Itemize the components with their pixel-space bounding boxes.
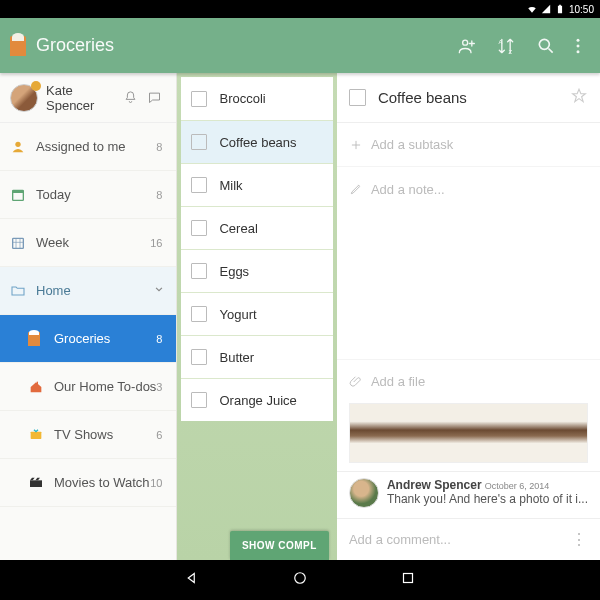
- sort-button[interactable]: AZ: [486, 26, 526, 66]
- sidebar-item-assigned[interactable]: Assigned to me 8: [0, 123, 176, 171]
- notifications-icon[interactable]: [118, 90, 142, 105]
- chevron-down-icon: [152, 282, 166, 299]
- detail-title[interactable]: Coffee beans: [378, 89, 570, 106]
- svg-point-5: [577, 50, 580, 53]
- task-row[interactable]: Butter: [181, 335, 332, 378]
- svg-text:Z: Z: [509, 49, 513, 55]
- checkbox[interactable]: [191, 349, 207, 365]
- show-completed-button[interactable]: SHOW COMPL: [230, 531, 329, 560]
- clock: 10:50: [569, 4, 594, 15]
- star-button[interactable]: [570, 87, 588, 109]
- person-icon: [10, 139, 36, 155]
- signal-icon: [541, 4, 551, 14]
- search-button[interactable]: [526, 26, 566, 66]
- task-detail-pane: Coffee beans Add a subtask Add a note...…: [337, 73, 600, 560]
- svg-rect-11: [31, 431, 42, 438]
- detail-header: Coffee beans: [337, 73, 600, 123]
- checkbox[interactable]: [191, 91, 207, 107]
- sidebar-item-tv[interactable]: TV Shows 6: [0, 411, 176, 459]
- android-statusbar: 10:50: [0, 0, 600, 18]
- task-row[interactable]: Coffee beans: [181, 120, 332, 163]
- battery-icon: [555, 4, 565, 14]
- checkbox[interactable]: [191, 263, 207, 279]
- paperclip-icon: [349, 375, 371, 389]
- home-icon: [28, 379, 54, 395]
- tv-icon: [28, 427, 54, 443]
- add-subtask-row[interactable]: Add a subtask: [337, 123, 600, 167]
- checkbox[interactable]: [191, 177, 207, 193]
- checkbox[interactable]: [191, 306, 207, 322]
- comment-overflow-icon[interactable]: ⋮: [571, 530, 588, 549]
- comment: Andrew Spencer October 6, 2014 Thank you…: [337, 471, 600, 518]
- comment-date: October 6, 2014: [485, 481, 550, 491]
- task-row[interactable]: Cereal: [181, 206, 332, 249]
- svg-text:A: A: [499, 38, 503, 44]
- svg-rect-8: [13, 190, 24, 193]
- comment-text: Thank you! And here's a photo of it i...: [387, 492, 588, 506]
- task-row[interactable]: Milk: [181, 163, 332, 206]
- overflow-button[interactable]: [566, 26, 590, 66]
- recents-button[interactable]: [399, 569, 417, 591]
- sidebar-item-groceries[interactable]: Groceries 8: [0, 315, 176, 363]
- avatar: [10, 84, 38, 112]
- svg-point-4: [577, 44, 580, 47]
- home-button[interactable]: [291, 569, 309, 591]
- svg-point-2: [539, 39, 549, 49]
- add-note-row[interactable]: Add a note...: [337, 167, 600, 211]
- back-button[interactable]: [183, 569, 201, 591]
- app-logo-icon: [10, 36, 26, 56]
- svg-rect-12: [30, 480, 42, 487]
- svg-point-13: [295, 573, 306, 584]
- add-comment-row[interactable]: Add a comment... ⋮: [337, 518, 600, 560]
- sidebar: Kate Spencer Assigned to me 8 Today 8 We…: [0, 73, 177, 560]
- svg-rect-14: [404, 574, 413, 583]
- android-navbar: [0, 560, 600, 600]
- task-row[interactable]: Yogurt: [181, 292, 332, 335]
- wifi-icon: [527, 4, 537, 14]
- sidebar-item-home[interactable]: Home: [0, 267, 176, 315]
- svg-rect-9: [13, 238, 24, 248]
- checkbox[interactable]: [191, 134, 207, 150]
- movie-icon: [28, 475, 54, 491]
- page-title: Groceries: [36, 35, 446, 56]
- plus-icon: [349, 138, 371, 152]
- task-row[interactable]: Eggs: [181, 249, 332, 292]
- sidebar-item-today[interactable]: Today 8: [0, 171, 176, 219]
- comment-author: Andrew Spencer: [387, 478, 482, 492]
- share-user-button[interactable]: [446, 26, 486, 66]
- task-row[interactable]: Broccoli: [181, 77, 332, 120]
- list-icon: [28, 332, 54, 346]
- checkbox[interactable]: [191, 220, 207, 236]
- svg-point-6: [15, 141, 20, 146]
- checkbox[interactable]: [191, 392, 207, 408]
- checkbox[interactable]: [349, 89, 366, 106]
- profile-row[interactable]: Kate Spencer: [0, 73, 176, 123]
- sidebar-item-week[interactable]: Week 16: [0, 219, 176, 267]
- conversations-icon[interactable]: [142, 90, 166, 105]
- pencil-icon: [349, 182, 371, 196]
- sidebar-item-movies[interactable]: Movies to Watch 10: [0, 459, 176, 507]
- app-bar: Groceries AZ: [0, 18, 600, 73]
- svg-rect-10: [37, 381, 38, 384]
- task-list-pane: Broccoli Coffee beans Milk Cereal Eggs Y…: [177, 73, 336, 560]
- svg-point-3: [577, 38, 580, 41]
- task-row[interactable]: Orange Juice: [181, 378, 332, 421]
- add-file-row[interactable]: Add a file: [337, 359, 600, 403]
- profile-name: Kate Spencer: [46, 83, 118, 113]
- avatar: [349, 478, 379, 508]
- calendar-week-icon: [10, 235, 36, 251]
- sidebar-item-ourhome[interactable]: Our Home To-dos 3: [0, 363, 176, 411]
- calendar-today-icon: [10, 187, 36, 203]
- folder-icon: [10, 283, 36, 299]
- attachment-thumbnail[interactable]: [349, 403, 588, 463]
